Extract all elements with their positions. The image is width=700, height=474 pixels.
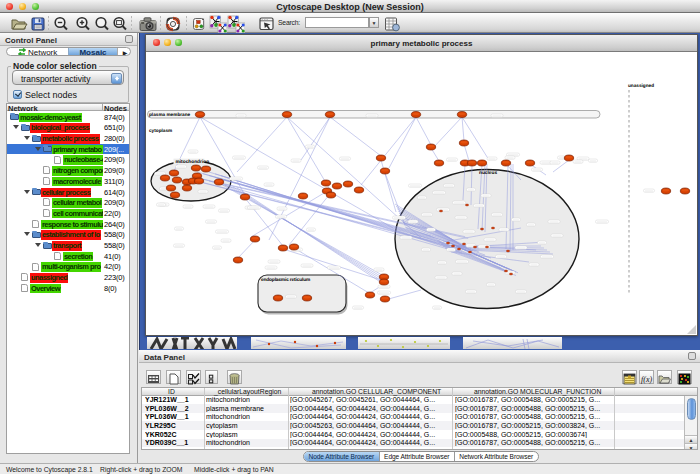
svg-text:endoplasmic reticulum: endoplasmic reticulum <box>261 277 310 283</box>
svg-text:unassigned: unassigned <box>628 83 654 88</box>
svg-text:plasma membrane: plasma membrane <box>149 112 191 117</box>
svg-text:f(x): f(x) <box>641 375 652 384</box>
svg-text:nucleus: nucleus <box>479 170 497 176</box>
svg-text:cytoplasm: cytoplasm <box>149 128 172 133</box>
svg-text:mitochondrion: mitochondrion <box>176 159 210 165</box>
